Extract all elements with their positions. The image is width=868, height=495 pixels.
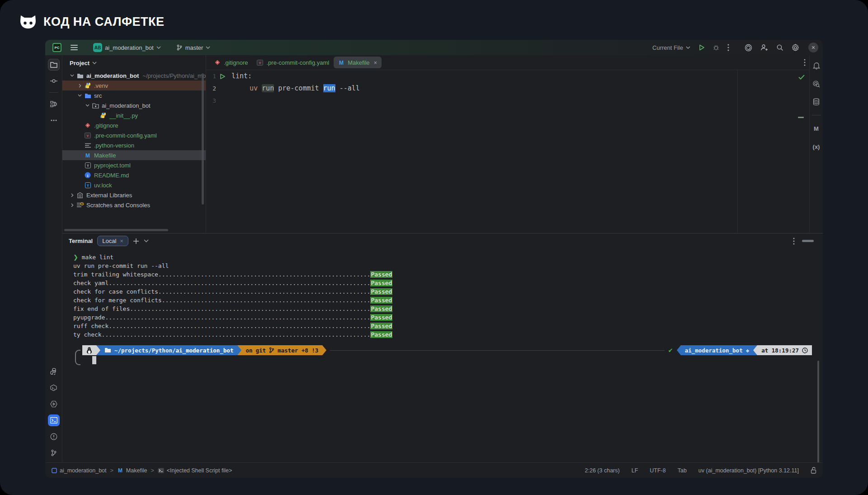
tree-item-README.md[interactable]: iREADME.md — [62, 170, 206, 180]
vcs-branch-widget[interactable]: master — [174, 43, 213, 53]
status-badge: Passed — [370, 271, 392, 278]
terminal-tab-local[interactable]: Local × — [97, 236, 128, 246]
run-config-selector[interactable]: Current File — [650, 43, 693, 53]
project-panel-header[interactable]: Project — [62, 55, 206, 71]
editor-tab-.pre-commit-config.yaml[interactable]: Y.pre-commit-config.yaml — [252, 57, 334, 68]
more-tool-button[interactable] — [48, 114, 60, 126]
code-editor[interactable]: 1lint:2uv run pre-commit run --all3 — [206, 70, 809, 233]
line-number: 1 — [206, 70, 216, 82]
terminal-output[interactable]: ❯ make lintuv run pre-commit run --alltr… — [62, 248, 823, 462]
tree-item-pyproject.toml[interactable]: Tpyproject.toml — [62, 160, 206, 170]
tree-item-.venv[interactable]: .venv — [62, 81, 206, 90]
libraries-file-icon — [76, 192, 84, 198]
problems-tool-button[interactable] — [48, 431, 60, 443]
make-tool-tool-button[interactable]: M — [811, 123, 822, 134]
terminal-tool-button[interactable] — [48, 414, 60, 426]
tree-item-.pre-commit-config.yaml[interactable]: Y.pre-commit-config.yaml — [62, 130, 206, 140]
code-line-1[interactable]: 1lint: — [206, 70, 809, 82]
services-tool-button[interactable] — [48, 398, 60, 410]
version-control-tool-button[interactable] — [48, 447, 60, 459]
chevron-right-icon[interactable] — [68, 203, 76, 207]
tree-item-Makefile[interactable]: MMakefile — [62, 150, 206, 160]
status-item[interactable]: Tab — [678, 467, 687, 474]
search-everywhere-icon[interactable] — [774, 42, 786, 53]
scratches-file-icon — [76, 202, 84, 208]
project-panel-title: Project — [70, 60, 90, 67]
code-text: lint: — [229, 70, 252, 82]
status-item[interactable]: UTF-8 — [650, 467, 665, 474]
code-with-me-icon[interactable] — [758, 42, 771, 53]
branch-icon — [176, 44, 183, 51]
readonly-lock-icon[interactable] — [811, 467, 816, 474]
terminal-options-kebab[interactable] — [793, 238, 795, 245]
tree-item-label: uv.lock — [94, 182, 112, 189]
pycharm-logo-icon[interactable]: PC — [50, 41, 64, 54]
tree-item-ai_moderation_bot[interactable]: ai_moderation_bot — [62, 100, 206, 110]
cat-logo-icon — [19, 14, 37, 30]
tree-item-.gitignore[interactable]: .gitignore — [62, 120, 206, 130]
chevron-down-icon[interactable] — [68, 74, 76, 77]
tree-item-uv.lock[interactable]: Tuv.lock — [62, 180, 206, 190]
debug-button[interactable] — [710, 43, 722, 52]
project-vertical-scrollbar[interactable] — [202, 73, 204, 205]
editor-tab-.gitignore[interactable]: .gitignore — [210, 57, 252, 68]
breadcrumb-ai_moderation_bot[interactable]: ai_moderation_bot — [52, 467, 107, 474]
breadcrumb-Makefile[interactable]: MMakefile — [117, 467, 147, 474]
more-actions-kebab[interactable] — [725, 42, 732, 53]
inspections-passed-icon[interactable] — [798, 75, 805, 80]
terminal-minimize-button[interactable] — [802, 240, 814, 242]
python-console-tool-button[interactable] — [48, 382, 60, 394]
editor-tab-Makefile[interactable]: MMakefile× — [334, 57, 382, 68]
notifications-tool-button[interactable] — [811, 60, 822, 71]
breadcrumb-label: ai_moderation_bot — [60, 467, 107, 474]
tree-item-src[interactable]: src — [62, 90, 206, 100]
tree-item-ScratchesandConsoles[interactable]: Scratches and Consoles — [62, 200, 206, 210]
status-item[interactable]: LF — [632, 467, 638, 474]
prompt-ruler — [330, 350, 664, 351]
textfile-file-icon — [84, 143, 92, 148]
status-item[interactable]: uv (ai_moderation_bot) [Python 3.12.11] — [698, 467, 799, 474]
svg-text:Y: Y — [86, 133, 89, 138]
chevron-down-icon[interactable] — [76, 94, 84, 97]
project-horizontal-scrollbar[interactable] — [64, 229, 168, 231]
svg-text:M: M — [339, 60, 344, 66]
commit-tool-button[interactable] — [48, 75, 60, 87]
project-folder-tool-button[interactable] — [48, 59, 60, 71]
database-tool-button[interactable] — [811, 96, 822, 108]
endpoints-tool-button[interactable]: (x) — [811, 141, 822, 152]
chevron-down-icon — [686, 46, 690, 49]
tree-item-ExternalLibraries[interactable]: External Libraries — [62, 190, 206, 200]
main-menu-button[interactable] — [68, 43, 80, 52]
ai-assistant-tool-button[interactable] — [811, 78, 822, 90]
tree-item-ai_moderation_bot[interactable]: ai_moderation_bot~/projects/Python/ai_mo… — [62, 71, 206, 81]
chevron-right-icon[interactable] — [68, 193, 76, 197]
ai-assistant-icon[interactable] — [742, 42, 755, 53]
precommit-check-line: check yaml..............................… — [73, 279, 812, 287]
svg-text:T: T — [87, 163, 89, 167]
chevron-down-icon[interactable] — [84, 104, 91, 107]
tab-close-icon[interactable]: × — [374, 59, 377, 66]
terminal-tab-close-icon[interactable]: × — [120, 238, 123, 244]
toml-file-icon: T — [84, 162, 92, 168]
code-line-3[interactable]: 3 — [206, 95, 809, 107]
tree-item-__init__.py[interactable]: __init__.py — [62, 110, 206, 120]
window-close-button[interactable]: × — [808, 43, 818, 52]
chevron-right-icon[interactable] — [76, 84, 84, 88]
module-icon — [52, 468, 57, 473]
breadcrumb-InjectedShellScriptfile[interactable]: <Injected Shell Script file> — [158, 467, 232, 474]
tree-item-.python-version[interactable]: .python-version — [62, 140, 206, 150]
settings-gear-icon[interactable] — [789, 42, 802, 53]
python-packages-tool-button[interactable] — [48, 366, 60, 377]
new-terminal-button[interactable] — [133, 238, 139, 244]
project-widget[interactable]: AB ai_moderation_bot — [90, 41, 164, 54]
status-item[interactable]: 2:26 (3 chars) — [585, 467, 620, 474]
tab-options-kebab[interactable] — [804, 59, 806, 66]
code-line-2[interactable]: 2uv run pre-commit run --all — [206, 82, 809, 95]
terminal-scrollbar[interactable] — [817, 361, 819, 462]
run-button[interactable] — [696, 43, 708, 52]
tab-label: Makefile — [348, 59, 369, 66]
run-target-icon[interactable] — [216, 70, 229, 82]
terminal-dropdown-chevron[interactable] — [144, 239, 149, 243]
hamburger-icon — [71, 45, 78, 50]
structure-tool-button[interactable] — [48, 98, 60, 110]
